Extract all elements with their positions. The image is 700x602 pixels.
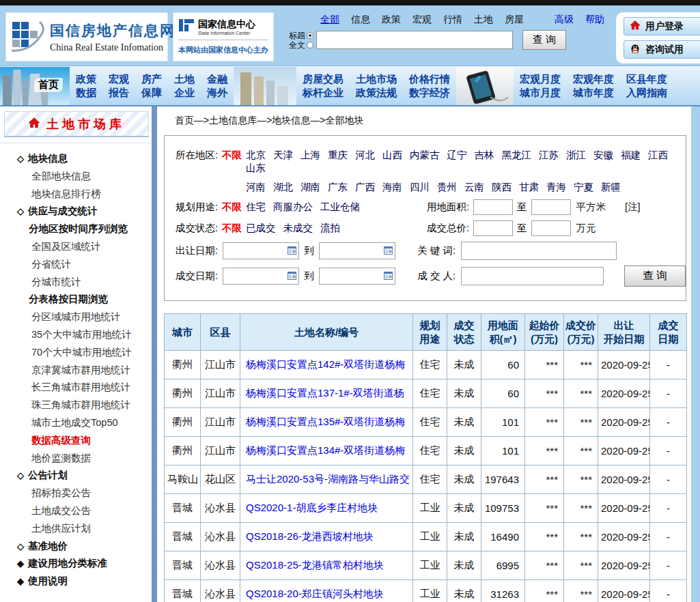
province-link[interactable]: 北京 [246, 149, 266, 160]
calendar-icon[interactable] [384, 271, 393, 280]
sidebar-item[interactable]: ◇基准地价 [0, 538, 152, 556]
nav-link[interactable]: 宏观 [109, 73, 129, 85]
calendar-icon[interactable] [288, 246, 296, 255]
nav-link[interactable]: 入网指南 [626, 87, 667, 98]
land-name-link[interactable]: 杨梅溪口安置点135#-双塔街道杨梅 [246, 416, 405, 427]
search-tab[interactable]: 土地 [474, 14, 493, 26]
calendar-icon[interactable] [384, 246, 393, 255]
province-link[interactable]: 青海 [546, 182, 566, 192]
province-link[interactable]: 甘肃 [519, 182, 539, 192]
nav-link[interactable]: 企业 [174, 87, 195, 98]
status-option-link[interactable]: 未成交 [283, 223, 313, 233]
province-link[interactable]: 辽宁 [447, 149, 467, 160]
nav-link[interactable]: 房屋交易 [303, 73, 344, 85]
province-link[interactable]: 贵州 [437, 182, 457, 192]
sidebar-item[interactable]: 分省统计 [0, 256, 152, 274]
nav-link[interactable]: 金融 [207, 73, 227, 85]
province-link[interactable]: 内蒙古 [410, 149, 440, 160]
radio-fulltext-dot[interactable] [307, 42, 313, 48]
sidebar-item[interactable]: 珠三角城市群用地统计 [0, 397, 152, 414]
nav-link[interactable]: 价格行情 [409, 73, 450, 85]
nav-link[interactable]: 土地 [174, 73, 195, 85]
sidebar-item[interactable]: 土地供应计划 [0, 520, 152, 538]
search-tab[interactable]: 全部 [320, 14, 339, 26]
land-name-link[interactable]: 杨梅溪口安置点142#-双塔街道杨梅 [246, 358, 405, 370]
filter-region-any[interactable]: 不限 [222, 149, 242, 162]
sidebar-item[interactable]: ◆使用说明 [0, 573, 152, 590]
nav-link[interactable]: 标杆企业 [303, 87, 344, 98]
search-tab[interactable]: 宏观 [412, 14, 432, 26]
use-option-link[interactable]: 住宅 [246, 201, 266, 212]
filter-area-note[interactable]: [注] [625, 201, 641, 214]
sidebar-item[interactable]: 招标拍卖公告 [0, 485, 152, 502]
search-tab[interactable]: 行情 [443, 14, 462, 26]
area-max-input[interactable] [531, 199, 571, 215]
nav-link[interactable]: 政策法规 [356, 87, 397, 98]
filter-use-any[interactable]: 不限 [222, 201, 242, 214]
province-link[interactable]: 广西 [355, 182, 375, 192]
sidebar-item[interactable]: 数据高级查询 [0, 432, 152, 450]
province-link[interactable]: 山东 [246, 162, 266, 173]
header-search-input[interactable] [316, 31, 513, 49]
province-link[interactable]: 重庆 [328, 149, 348, 160]
land-name-link[interactable]: QS2020-1-胡底乡李庄村地块 [246, 502, 378, 513]
search-tab[interactable]: 信息 [351, 14, 370, 26]
sidebar-item[interactable]: ◆建设用地分类标准 [0, 555, 152, 573]
province-link[interactable]: 陕西 [492, 182, 512, 192]
province-link[interactable]: 上海 [300, 149, 320, 160]
area-min-input[interactable] [473, 199, 513, 215]
province-link[interactable]: 安徽 [593, 149, 613, 160]
status-option-link[interactable]: 已成交 [246, 223, 276, 233]
province-link[interactable]: 广东 [328, 182, 348, 192]
nav-link[interactable]: 海外 [207, 87, 227, 98]
province-link[interactable]: 四川 [410, 182, 430, 192]
radio-fulltext[interactable]: 全文 [289, 40, 313, 50]
sidebar-item[interactable]: 70个大中城市用地统计 [0, 344, 152, 362]
sidebar-item[interactable]: 城市土地成交Top50 [0, 414, 152, 432]
land-name-link[interactable]: 杨梅溪口安置点137-1#-双塔街道杨 [246, 387, 404, 399]
radio-title[interactable]: 标题 [289, 31, 313, 40]
nav-home[interactable]: 首页 [34, 78, 63, 92]
sidebar-item[interactable]: 地块信息排行榜 [0, 186, 152, 203]
use-option-link[interactable]: 商服办公 [273, 201, 313, 212]
land-name-link[interactable]: QS2018-20-郑庄镇河头村地块 [246, 588, 384, 599]
province-link[interactable]: 山西 [382, 149, 402, 160]
land-name-link[interactable]: QS2018-25-龙港镇常柏村地块 [246, 559, 384, 571]
province-link[interactable]: 湖南 [300, 182, 320, 192]
sidebar-item[interactable]: 分城市统计 [0, 274, 152, 291]
province-link[interactable]: 天津 [273, 149, 293, 160]
province-link[interactable]: 湖北 [273, 182, 293, 192]
sidebar-item[interactable]: 35个大中城市用地统计 [0, 326, 152, 344]
sidebar-item[interactable]: 分表格按日期浏览 [0, 291, 152, 309]
sidebar-item[interactable]: 分区域城市用地统计 [0, 309, 152, 326]
nav-link[interactable]: 城市年度 [573, 87, 614, 98]
province-link[interactable]: 江苏 [539, 149, 559, 160]
status-option-link[interactable]: 流拍 [320, 223, 340, 233]
province-link[interactable]: 宁夏 [574, 182, 593, 192]
search-tab[interactable]: 政策 [382, 14, 401, 26]
sidebar-item[interactable]: 全部地块信息 [0, 168, 152, 186]
land-name-link[interactable]: QS2018-26-龙港西坡村地块 [246, 530, 374, 542]
sidebar-item[interactable]: 全国及区域统计 [0, 238, 152, 256]
sidebar-item[interactable]: 长三角城市群用地统计 [0, 379, 152, 397]
consult-trial-button[interactable]: 咨询试用 [624, 40, 700, 59]
land-name-link[interactable]: 杨梅溪口安置点134#-双塔街道杨梅 [246, 444, 405, 456]
calendar-icon[interactable] [288, 271, 296, 280]
sidebar-item[interactable]: 地价监测数据 [0, 450, 152, 468]
sidebar-item[interactable]: ◇地块信息 [0, 150, 152, 168]
sidebar-item[interactable]: 土地成交公告 [0, 502, 152, 520]
search-tab[interactable]: 帮助 [585, 14, 604, 26]
price-max-input[interactable] [531, 220, 571, 236]
nav-link[interactable]: 数据 [76, 87, 96, 98]
radio-title-dot[interactable] [307, 32, 313, 39]
filter-status-any[interactable]: 不限 [222, 222, 242, 235]
province-link[interactable]: 浙江 [566, 149, 586, 160]
sidebar-item[interactable]: 分地区按时间序列浏览 [0, 220, 152, 238]
province-link[interactable]: 新疆 [601, 182, 621, 192]
user-login-button[interactable]: 用户登录 [624, 17, 700, 35]
keyword-input[interactable] [461, 242, 617, 260]
province-link[interactable]: 福建 [621, 149, 641, 160]
nav-link[interactable]: 房产 [141, 73, 162, 85]
search-tab[interactable]: 高级 [555, 14, 574, 26]
province-link[interactable]: 河北 [355, 149, 375, 160]
